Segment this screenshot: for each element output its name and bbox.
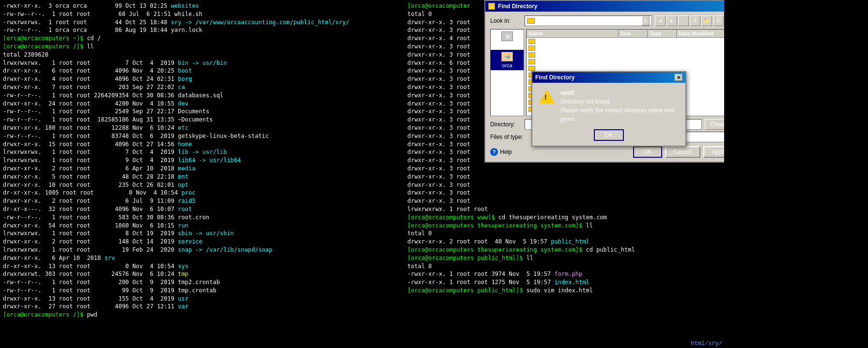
folder-icon-look-in [527, 18, 535, 24]
file-name: dev [537, 52, 545, 58]
terminal-left[interactable]: -rwxr-xr-x. 3 orca orca 99 Oct 13 02:25 … [0, 0, 404, 348]
help-section: ? Help [490, 148, 512, 156]
file-folder-icon [528, 45, 535, 51]
list-view-btn[interactable]: ☰ [713, 15, 724, 26]
new-folder-btn[interactable]: 📁 [701, 15, 712, 26]
apply-button[interactable]: Apply [703, 146, 724, 158]
file-date: 12/31/...00 PM [676, 45, 724, 51]
inner-ok-row: OK [532, 129, 685, 146]
files-header: Name Size Type Date Modified [527, 30, 724, 38]
file-name: app [537, 38, 545, 44]
places-panel: 🖥 Computer 🐋 orca [490, 29, 524, 116]
file-type: Folder [647, 38, 676, 44]
file-type: Folder [647, 52, 676, 58]
terminal-left-content: -rwxr-xr-x. 3 orca orca 99 Oct 13 02:25 … [3, 2, 402, 319]
forward-btn[interactable]: ▶ [666, 15, 677, 26]
find-directory-outer-dialog[interactable]: 📁 Find Directory ✕ Look in: / ▼ [484, 0, 724, 163]
look-in-label: Look in: [490, 17, 522, 24]
file-row[interactable]: etc Folder ...4/20 5:24 PM [527, 58, 724, 65]
file-folder-icon [528, 59, 535, 64]
cancel-button[interactable]: Cancel [665, 146, 700, 158]
find-directory-outer-title: Find Directory [498, 3, 537, 10]
look-in-value: / [537, 17, 538, 24]
file-date: 10/27/...42 PM [676, 38, 724, 44]
find-directory-outer-titlebar: 📁 Find Directory ✕ [485, 1, 724, 12]
places-item-orca[interactable]: 🐋 orca [491, 50, 524, 70]
file-row[interactable]: home Folder ...4/20 5:24 PM [527, 65, 724, 72]
up-btn[interactable]: ↑ [678, 15, 689, 26]
orca-icon: 🐋 [501, 52, 513, 61]
directory-label: Directory: [490, 121, 522, 128]
help-icon: ? [490, 148, 498, 156]
inner-dialog-text: raid5 Directory not found. Please verify… [560, 89, 679, 123]
file-date: ...4/20 5:24 PM [676, 65, 724, 71]
file-date: 11/4/20 5:24 PM [676, 52, 724, 58]
computer-icon: 🖥 [501, 31, 513, 41]
file-type: Folder [647, 45, 676, 51]
look-in-row: Look in: / ▼ ◀ ▶ ↑ ⟳ 📁 ☰ ⊞ [490, 15, 724, 26]
choose-button[interactable]: Choose [705, 119, 724, 130]
file-type: Folder [647, 59, 676, 64]
refresh-btn[interactable]: ⟳ [690, 15, 700, 26]
xry-link: html/xry/ [691, 340, 722, 347]
close-button-inner[interactable]: ✕ [675, 74, 682, 81]
inner-folder-name: raid5 [560, 89, 679, 97]
files-of-type-label: Files of type: [490, 134, 531, 140]
inner-message-line2: Please verify the correct directory name… [560, 106, 679, 123]
look-in-combo-text: / [527, 17, 642, 24]
header-type: Type [648, 30, 677, 37]
ok-button[interactable]: OK [633, 146, 662, 158]
file-folder-icon [528, 66, 535, 71]
help-text[interactable]: Help [500, 149, 512, 155]
inner-titlebar-buttons: ✕ [675, 74, 682, 81]
terminal-right[interactable]: [orca@orcacomputer total 0 drwxr-xr-x. 3… [404, 0, 724, 348]
header-name: Name [527, 30, 619, 37]
warning-icon [539, 89, 555, 104]
folder-title-icon: 📁 [488, 3, 495, 10]
file-name: etc [537, 59, 544, 64]
places-item-computer[interactable]: 🖥 Computer [491, 30, 524, 50]
bottom-buttons: ? Help OK Cancel Apply [490, 146, 724, 158]
find-directory-inner-title: Find Directory [535, 74, 574, 81]
file-name: home [537, 65, 550, 71]
file-type: Folder [647, 65, 676, 71]
inner-message-line1: Directory not found. [560, 97, 679, 106]
file-row[interactable]: dev Folder 11/4/20 5:24 PM [527, 51, 724, 58]
find-directory-inner-titlebar: Find Directory ✕ [532, 72, 685, 83]
inner-dialog-body: raid5 Directory not found. Please verify… [532, 83, 685, 129]
file-name: bin [537, 45, 544, 51]
file-folder-icon [528, 52, 535, 58]
file-date: ...4/20 5:24 PM [676, 59, 724, 64]
warning-triangle [539, 90, 555, 103]
header-size: Size [619, 30, 648, 37]
places-label-orca: orca [502, 62, 512, 68]
look-in-combo[interactable]: / ▼ [525, 15, 652, 26]
header-date: Date Modified [677, 30, 724, 37]
file-folder-icon [528, 39, 535, 44]
file-row[interactable]: bin Folder 12/31/...00 PM [527, 45, 724, 51]
places-label-computer: Computer [496, 42, 519, 48]
toolbar-buttons: ◀ ▶ ↑ ⟳ 📁 ☰ ⊞ [655, 15, 724, 26]
file-row[interactable]: app Folder 10/27/...42 PM [527, 38, 724, 45]
find-directory-inner-dialog[interactable]: Find Directory ✕ raid5 Directory not fou… [531, 71, 686, 147]
back-btn[interactable]: ◀ [655, 15, 666, 26]
inner-ok-button[interactable]: OK [594, 129, 623, 141]
look-in-combo-arrow[interactable]: ▼ [642, 16, 650, 26]
